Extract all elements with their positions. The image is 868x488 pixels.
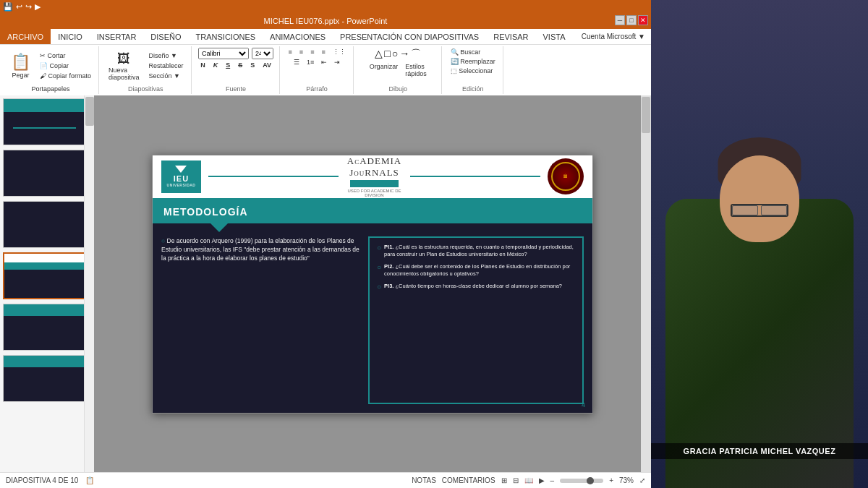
slide-item-3[interactable]: 3 bbox=[3, 201, 90, 248]
badge-text: 🏛 bbox=[563, 174, 568, 179]
tab-inicio[interactable]: INICIO bbox=[51, 29, 90, 44]
slide-thumbnail-5[interactable] bbox=[3, 304, 86, 351]
pi1-text: PI1. ¿Cuál es la estructura requerida, e… bbox=[384, 244, 575, 259]
ieu-chevron bbox=[175, 166, 187, 173]
slide-thumbnail-4[interactable] bbox=[3, 252, 86, 299]
copiar-button[interactable]: 📄 Copiar bbox=[37, 61, 94, 70]
quick-access-toolbar: 💾 ↩ ↪ ▶ bbox=[0, 0, 651, 13]
tab-archivo[interactable]: ARCHIVO bbox=[0, 29, 51, 44]
italic-button[interactable]: K bbox=[210, 61, 221, 69]
maximize-button[interactable]: □ bbox=[626, 15, 637, 25]
tab-presentacion[interactable]: PRESENTACIÓN CON DIAPOSITIVAS bbox=[333, 29, 486, 44]
justify-button[interactable]: ≡ bbox=[318, 48, 328, 56]
slide-item-1[interactable]: 1 bbox=[3, 98, 90, 145]
main-scrollbar[interactable] bbox=[641, 95, 651, 472]
zoom-level[interactable]: 73% bbox=[619, 476, 634, 484]
indent-increase-button[interactable]: ⇥ bbox=[331, 58, 343, 67]
slide-header: IEU UNIVERSIDAD AcADEMIA JouRNALS USED F… bbox=[153, 155, 592, 200]
reemplazar-button[interactable]: 🔄 Reemplazar bbox=[448, 57, 498, 66]
main-slide[interactable]: IEU UNIVERSIDAD AcADEMIA JouRNALS USED F… bbox=[152, 155, 593, 414]
slide-position-info: DIAPOSITIVA 4 DE 10 bbox=[6, 476, 78, 484]
align-left-button[interactable]: ≡ bbox=[286, 48, 295, 56]
tab-insertar[interactable]: INSERTAR bbox=[90, 29, 144, 44]
indent-decrease-button[interactable]: ⇤ bbox=[318, 58, 330, 67]
comments-button[interactable]: COMENTARIOS bbox=[442, 476, 495, 484]
badge-circle: 🏛 bbox=[551, 162, 580, 191]
notes-button[interactable]: NOTAS bbox=[412, 476, 436, 484]
diapositivas-label: Diapositivas bbox=[128, 84, 163, 93]
metodologia-arrow bbox=[210, 223, 228, 232]
zoom-minus-button[interactable]: – bbox=[550, 476, 555, 484]
underline-button[interactable]: S bbox=[223, 61, 233, 69]
organizar-button[interactable]: Organizar bbox=[367, 62, 401, 78]
redo-button[interactable]: ↪ bbox=[25, 2, 32, 12]
status-bar-right: NOTAS COMENTARIOS ⊞ ⊟ 📖 ▶ – + 73% ⤢ bbox=[412, 476, 645, 484]
zoom-slider[interactable] bbox=[560, 479, 603, 483]
minimize-button[interactable]: ─ bbox=[615, 15, 625, 25]
ieu-sub: UNIVERSIDAD bbox=[167, 183, 196, 187]
close-button[interactable]: ✕ bbox=[638, 15, 648, 25]
align-center-button[interactable]: ≡ bbox=[297, 48, 306, 56]
person-head bbox=[720, 155, 799, 242]
slide-item-5[interactable]: 5 bbox=[3, 304, 90, 351]
tab-vista[interactable]: VISTA bbox=[536, 29, 573, 44]
shadow-button[interactable]: S bbox=[247, 61, 258, 69]
list-button[interactable]: ☰ bbox=[291, 58, 302, 67]
nueva-diapositiva-button[interactable]: 🖼 Nuevadiapositiva bbox=[105, 49, 143, 83]
slide-page-number: 4 bbox=[582, 401, 585, 408]
buscar-button[interactable]: 🔍 Buscar bbox=[448, 48, 498, 56]
window-controls: ─ □ ✕ bbox=[615, 15, 648, 25]
pegar-button[interactable]: 📋 Pegar bbox=[7, 51, 34, 81]
pi3-bullet: ○ bbox=[377, 282, 381, 292]
tab-diseno[interactable]: DISEÑO bbox=[143, 29, 188, 44]
spacing-button[interactable]: AV bbox=[260, 61, 274, 69]
seleccionar-button[interactable]: ⬚ Seleccionar bbox=[448, 67, 498, 75]
title-bar-text: MICHEL IEU076.pptx - PowerPoint bbox=[264, 17, 388, 25]
view-normal-button[interactable]: ⊞ bbox=[501, 476, 507, 484]
slide-thumbnail-1[interactable] bbox=[3, 98, 86, 145]
ribbon-tabs: ARCHIVO INICIO INSERTAR DISEÑO TRANSICIO… bbox=[0, 29, 651, 45]
slideshow-button[interactable]: ▶ bbox=[35, 2, 41, 12]
accessibility-icon[interactable]: 📋 bbox=[85, 476, 94, 484]
tab-animaciones[interactable]: ANIMACIONES bbox=[263, 29, 333, 44]
restablecer-button[interactable]: Restablecer bbox=[146, 61, 187, 70]
tab-revisar[interactable]: REVISAR bbox=[486, 29, 535, 44]
save-button[interactable]: 💾 bbox=[3, 2, 13, 12]
font-size-select[interactable]: 24 bbox=[252, 48, 273, 59]
academia-journals-title: AcADEMIA JouRNALS bbox=[344, 155, 404, 179]
font-family-select[interactable]: Calibri bbox=[198, 48, 249, 59]
video-panel: GRACIA PATRICIA MICHEL VAZQUEZ bbox=[651, 0, 868, 488]
bold-button[interactable]: N bbox=[197, 61, 208, 69]
slide-item-2[interactable]: 2 bbox=[3, 150, 90, 197]
tab-transiciones[interactable]: TRANSICIONES bbox=[189, 29, 263, 44]
main-scrollbar-thumb[interactable] bbox=[642, 97, 650, 133]
strikethrough-button[interactable]: S bbox=[235, 61, 245, 69]
academia-journals-section: AcADEMIA JouRNALS USED FOR ACADEMIC DE D… bbox=[339, 155, 410, 197]
zoom-plus-button[interactable]: + bbox=[609, 476, 613, 484]
slide-panel: 1 2 3 4 bbox=[0, 95, 94, 472]
diseno-button[interactable]: Diseño ▼ bbox=[146, 51, 187, 60]
undo-button[interactable]: ↩ bbox=[16, 2, 22, 12]
portapapeles-label: Portapapeles bbox=[31, 84, 69, 93]
view-reading-button[interactable]: 📖 bbox=[524, 476, 533, 484]
view-slidesorter-button[interactable]: ⊟ bbox=[513, 476, 519, 484]
ribbon-group-edicion: 🔍 Buscar 🔄 Reemplazar ⬚ Seleccionar Edic… bbox=[443, 46, 503, 94]
scrollbar-thumb[interactable] bbox=[85, 97, 94, 126]
cortar-button[interactable]: ✂ Cortar bbox=[37, 51, 94, 60]
numbering-button[interactable]: 1≡ bbox=[304, 58, 317, 67]
slideshow-status-button[interactable]: ▶ bbox=[539, 476, 545, 484]
fuente-label: Fuente bbox=[226, 84, 246, 93]
copiar-formato-button[interactable]: 🖌 Copiar formato bbox=[37, 72, 94, 80]
slide-item-4[interactable]: 4 bbox=[3, 252, 90, 299]
vertical-scrollbar[interactable] bbox=[84, 95, 94, 472]
slide-item-6[interactable]: 6 bbox=[3, 355, 90, 402]
fit-slide-button[interactable]: ⤢ bbox=[639, 476, 645, 484]
align-right-button[interactable]: ≡ bbox=[307, 48, 317, 56]
slide-thumbnail-2[interactable] bbox=[3, 150, 86, 197]
columns-button[interactable]: ⋮⋮ bbox=[330, 48, 349, 56]
zoom-thumb bbox=[587, 477, 594, 484]
seccion-button[interactable]: Sección ▼ bbox=[146, 72, 187, 80]
estilos-button[interactable]: Estilosrápidos bbox=[402, 62, 430, 78]
slide-thumbnail-3[interactable] bbox=[3, 201, 86, 248]
slide-thumbnail-6[interactable] bbox=[3, 355, 86, 402]
